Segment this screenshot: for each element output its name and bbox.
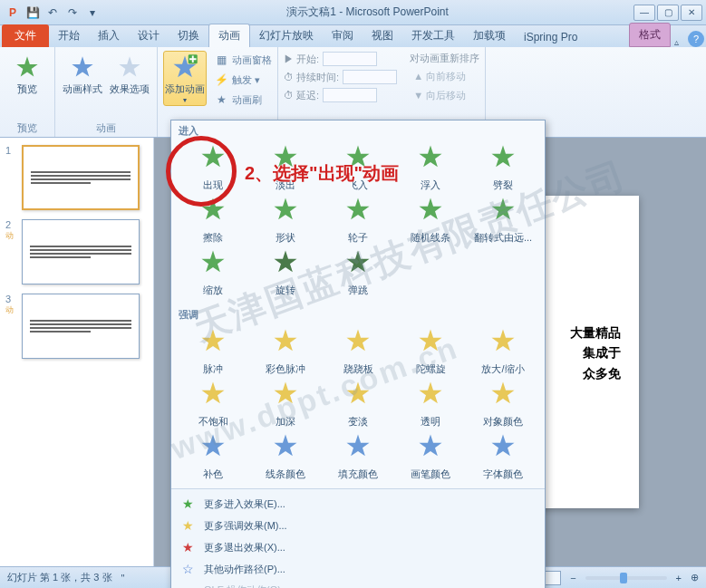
star-icon <box>272 327 299 361</box>
enter-effect-4[interactable]: 劈裂 <box>467 141 539 194</box>
zoom-out-button[interactable]: − <box>570 573 575 583</box>
slideshow-view-button[interactable] <box>545 571 561 585</box>
emphasis-effect-3[interactable]: 陀螺旋 <box>394 325 467 378</box>
emphasis-effect-13[interactable]: 画笔颜色 <box>394 430 467 483</box>
tab-ispring[interactable]: iSpring Pro <box>515 27 586 47</box>
tab-design[interactable]: 设计 <box>129 24 169 47</box>
move-earlier-button[interactable]: ▲ 向前移动 <box>410 68 479 85</box>
emphasis-effect-8[interactable]: 透明 <box>394 378 467 430</box>
enter-effect-12[interactable]: 弹跳 <box>322 246 394 299</box>
enter-effect-1[interactable]: 淡出 <box>249 141 322 194</box>
zoom-thumb[interactable] <box>620 573 627 583</box>
minimize-button[interactable]: — <box>633 5 655 21</box>
more-enter-effects[interactable]: ★更多进入效果(E)... <box>171 493 545 515</box>
app-icon[interactable]: P <box>4 4 22 22</box>
more-exit-effects[interactable]: ★更多退出效果(X)... <box>171 536 545 558</box>
slide-thumbnails-panel[interactable]: 1 2动 3动 <box>0 138 154 566</box>
tab-review[interactable]: 审阅 <box>323 24 363 47</box>
start-label: ▶ 开始: <box>284 53 319 66</box>
emphasis-effect-1[interactable]: 彩色脉冲 <box>249 325 322 378</box>
tab-developer[interactable]: 开发工具 <box>402 24 464 47</box>
add-animation-button[interactable]: 添加动画 ▾ <box>163 51 207 106</box>
preview-button[interactable]: 预览 <box>5 51 49 96</box>
animation-gallery-dropdown: 进入 出现淡出飞入浮入劈裂擦除形状轮子随机线条翻转式由远...缩放旋转弹跳 强调… <box>170 120 546 588</box>
emphasis-effect-12[interactable]: 填充颜色 <box>322 430 394 483</box>
slide-thumb-2[interactable]: 2动 <box>5 219 148 284</box>
enter-effect-0[interactable]: 出现 <box>177 141 249 194</box>
tab-animations[interactable]: 动画 <box>208 24 250 47</box>
trigger-button[interactable]: ⚡触发 ▾ <box>210 71 276 89</box>
star-icon <box>272 196 299 229</box>
redo-button[interactable]: ↷ <box>63 4 82 22</box>
star-icon <box>68 53 97 82</box>
trigger-icon: ⚡ <box>214 72 228 87</box>
enter-effect-8[interactable]: 随机线条 <box>394 194 467 246</box>
emphasis-effect-7[interactable]: 变淡 <box>322 378 394 430</box>
save-button[interactable]: 💾 <box>24 4 42 22</box>
star-icon <box>199 143 227 177</box>
enter-effect-11[interactable]: 旋转 <box>249 246 322 299</box>
slide-counter: 幻灯片 第 1 张，共 3 张 <box>7 571 112 584</box>
add-star-icon <box>170 53 199 82</box>
emphasis-effect-2[interactable]: 跷跷板 <box>322 325 394 378</box>
enter-effect-10[interactable]: 缩放 <box>177 246 249 299</box>
help-button[interactable]: ? <box>688 31 704 47</box>
ribbon-minimize[interactable]: ▵ <box>671 37 682 47</box>
move-later-button[interactable]: ▼ 向后移动 <box>410 87 479 104</box>
more-motion-paths[interactable]: ☆其他动作路径(P)... <box>171 558 545 580</box>
slide-thumb-3[interactable]: 3动 <box>5 294 148 359</box>
star-icon <box>199 327 227 361</box>
tab-insert[interactable]: 插入 <box>89 24 129 47</box>
emphasis-effect-9[interactable]: 对象颜色 <box>467 378 539 430</box>
effect-options-button[interactable]: 效果选项 <box>108 51 151 96</box>
star-icon <box>344 327 372 361</box>
slide-thumb-1[interactable]: 1 <box>5 145 148 210</box>
tab-view[interactable]: 视图 <box>363 24 402 47</box>
star-icon <box>489 432 517 466</box>
maximize-button[interactable]: ▢ <box>657 5 679 21</box>
enter-effect-5[interactable]: 擦除 <box>177 194 249 246</box>
star-icon <box>344 196 372 229</box>
ole-actions[interactable]: OLE 操作动作(O)... <box>171 580 545 588</box>
star-icon <box>199 432 227 466</box>
tab-slideshow[interactable]: 幻灯片放映 <box>250 24 323 47</box>
undo-button[interactable]: ↶ <box>44 4 62 22</box>
tab-format[interactable]: 格式 <box>629 23 671 47</box>
animation-styles-button[interactable]: 动画样式 <box>61 51 104 96</box>
emphasis-effect-0[interactable]: 脉冲 <box>177 325 249 378</box>
zoom-slider[interactable] <box>585 576 667 580</box>
delay-label: ⏱ 延迟: <box>284 89 319 102</box>
tab-home[interactable]: 开始 <box>49 24 89 47</box>
start-input[interactable] <box>323 52 377 66</box>
emphasis-effect-11[interactable]: 线条颜色 <box>249 430 322 483</box>
emphasis-effect-6[interactable]: 加深 <box>249 378 322 430</box>
emphasis-effect-14[interactable]: 字体颜色 <box>467 430 539 483</box>
tab-transitions[interactable]: 切换 <box>169 24 208 47</box>
close-button[interactable]: ✕ <box>681 5 702 21</box>
enter-effect-6[interactable]: 形状 <box>249 194 322 246</box>
enter-effect-3[interactable]: 浮入 <box>394 141 467 194</box>
star-icon <box>489 380 517 413</box>
zoom-in-button[interactable]: + <box>676 573 682 583</box>
star-red-icon: ★ <box>182 540 197 554</box>
emphasis-effect-5[interactable]: 不饱和 <box>177 378 249 430</box>
enter-effect-2[interactable]: 飞入 <box>322 141 394 194</box>
reorder-label: 对动画重新排序 <box>410 51 479 66</box>
emphasis-effect-4[interactable]: 放大/缩小 <box>467 325 539 378</box>
qat-customize[interactable]: ▾ <box>83 4 102 22</box>
language-indicator[interactable]: " <box>121 573 125 583</box>
enter-effect-7[interactable]: 轮子 <box>322 194 394 246</box>
window-title: 演示文稿1 - Microsoft PowerPoint <box>102 5 633 20</box>
animation-painter-button[interactable]: ★动画刷 <box>210 91 276 109</box>
more-emphasis-effects[interactable]: ★更多强调效果(M)... <box>171 515 545 536</box>
emphasis-effect-10[interactable]: 补色 <box>177 430 249 483</box>
delay-input[interactable] <box>323 88 377 102</box>
animation-pane-button[interactable]: ▦动画窗格 <box>210 51 276 69</box>
tab-file[interactable]: 文件 <box>2 24 49 47</box>
section-enter: 进入 <box>171 120 545 140</box>
tab-addins[interactable]: 加载项 <box>464 24 515 47</box>
enter-effect-9[interactable]: 翻转式由远... <box>467 194 539 246</box>
gallery-menu: ★更多进入效果(E)... ★更多强调效果(M)... ★更多退出效果(X)..… <box>171 488 545 588</box>
fit-button[interactable]: ⊕ <box>691 572 699 583</box>
duration-input[interactable] <box>343 70 397 84</box>
